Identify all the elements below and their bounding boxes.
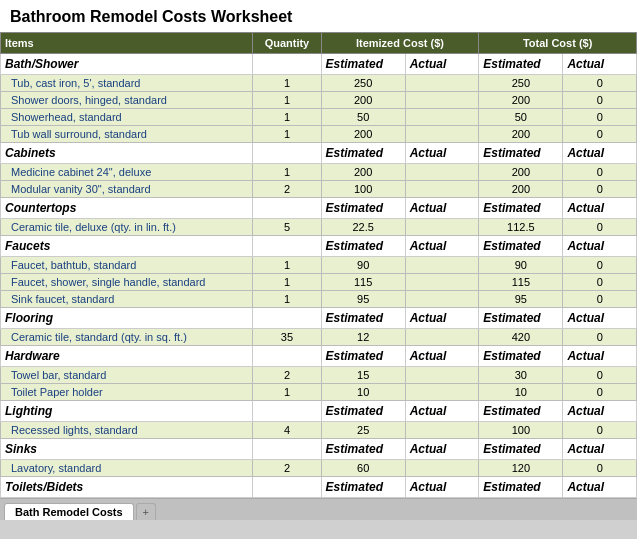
section-act-label: Actual	[405, 439, 479, 460]
worksheet-window: Bathroom Remodel Costs Worksheet Items Q…	[0, 0, 637, 520]
item-act-cost	[405, 367, 479, 384]
section-qty-blank	[253, 308, 321, 329]
table-row: Showerhead, standard 1 50 50 0	[1, 109, 637, 126]
item-name: Tub, cast iron, 5', standard	[1, 75, 253, 92]
tab-bar: Bath Remodel Costs +	[0, 498, 637, 520]
item-act-cost	[405, 126, 479, 143]
section-total-act-label: Actual	[563, 439, 637, 460]
item-act-cost	[405, 164, 479, 181]
section-est-label: Estimated	[321, 236, 405, 257]
col-total-cost: Total Cost ($)	[479, 33, 637, 54]
section-name: Sinks	[1, 439, 253, 460]
section-total-act-label: Actual	[563, 236, 637, 257]
tab-add-button[interactable]: +	[136, 503, 156, 520]
section-total-est-label: Estimated	[479, 236, 563, 257]
section-total-est-label: Estimated	[479, 198, 563, 219]
section-act-label: Actual	[405, 401, 479, 422]
item-act-cost	[405, 75, 479, 92]
item-name: Tub wall surround, standard	[1, 126, 253, 143]
table-row: Toilet Paper holder 1 10 10 0	[1, 384, 637, 401]
item-est-cost: 250	[321, 75, 405, 92]
section-name: Hardware	[1, 346, 253, 367]
section-est-label: Estimated	[321, 143, 405, 164]
section-est-label: Estimated	[321, 346, 405, 367]
item-est-cost: 10	[321, 384, 405, 401]
item-est-total: 115	[479, 274, 563, 291]
item-name: Toilet Paper holder	[1, 384, 253, 401]
item-qty: 1	[253, 257, 321, 274]
table-row: Sink faucet, standard 1 95 95 0	[1, 291, 637, 308]
item-act-cost	[405, 460, 479, 477]
section-name: Flooring	[1, 308, 253, 329]
item-act-total: 0	[563, 274, 637, 291]
item-act-total: 0	[563, 460, 637, 477]
section-header: Hardware Estimated Actual Estimated Actu…	[1, 346, 637, 367]
item-act-cost	[405, 329, 479, 346]
table-row: Shower doors, hinged, standard 1 200 200…	[1, 92, 637, 109]
section-total-est-label: Estimated	[479, 439, 563, 460]
item-qty: 2	[253, 367, 321, 384]
section-qty-blank	[253, 198, 321, 219]
item-est-total: 420	[479, 329, 563, 346]
table-row: Faucet, bathtub, standard 1 90 90 0	[1, 257, 637, 274]
item-act-total: 0	[563, 422, 637, 439]
table-row: Medicine cabinet 24", deluxe 1 200 200 0	[1, 164, 637, 181]
section-header: Toilets/Bidets Estimated Actual Estimate…	[1, 477, 637, 498]
item-act-cost	[405, 92, 479, 109]
item-est-cost: 15	[321, 367, 405, 384]
cost-table: Items Quantity Itemized Cost ($) Total C…	[0, 32, 637, 498]
section-header: Cabinets Estimated Actual Estimated Actu…	[1, 143, 637, 164]
item-act-total: 0	[563, 92, 637, 109]
item-est-cost: 22.5	[321, 219, 405, 236]
item-act-total: 0	[563, 126, 637, 143]
table-row: Modular vanity 30", standard 2 100 200 0	[1, 181, 637, 198]
section-header: Flooring Estimated Actual Estimated Actu…	[1, 308, 637, 329]
item-name: Faucet, bathtub, standard	[1, 257, 253, 274]
section-qty-blank	[253, 236, 321, 257]
item-name: Sink faucet, standard	[1, 291, 253, 308]
item-name: Ceramic tile, standard (qty. in sq. ft.)	[1, 329, 253, 346]
item-qty: 1	[253, 384, 321, 401]
item-est-total: 200	[479, 164, 563, 181]
section-est-label: Estimated	[321, 477, 405, 498]
item-qty: 4	[253, 422, 321, 439]
tab-bath-remodel[interactable]: Bath Remodel Costs	[4, 503, 134, 520]
item-act-cost	[405, 274, 479, 291]
item-est-cost: 200	[321, 92, 405, 109]
item-est-cost: 200	[321, 126, 405, 143]
item-est-total: 200	[479, 126, 563, 143]
section-header: Lighting Estimated Actual Estimated Actu…	[1, 401, 637, 422]
item-act-total: 0	[563, 329, 637, 346]
item-act-total: 0	[563, 291, 637, 308]
section-est-label: Estimated	[321, 54, 405, 75]
section-total-act-label: Actual	[563, 198, 637, 219]
section-name: Lighting	[1, 401, 253, 422]
section-name: Countertops	[1, 198, 253, 219]
item-act-cost	[405, 384, 479, 401]
section-qty-blank	[253, 477, 321, 498]
item-est-cost: 115	[321, 274, 405, 291]
section-total-est-label: Estimated	[479, 54, 563, 75]
item-act-total: 0	[563, 257, 637, 274]
item-name: Ceramic tile, deluxe (qty. in lin. ft.)	[1, 219, 253, 236]
section-qty-blank	[253, 401, 321, 422]
section-act-label: Actual	[405, 54, 479, 75]
item-name: Shower doors, hinged, standard	[1, 92, 253, 109]
item-act-total: 0	[563, 219, 637, 236]
section-qty-blank	[253, 439, 321, 460]
item-act-cost	[405, 291, 479, 308]
section-act-label: Actual	[405, 143, 479, 164]
item-name: Modular vanity 30", standard	[1, 181, 253, 198]
section-total-est-label: Estimated	[479, 477, 563, 498]
section-total-est-label: Estimated	[479, 346, 563, 367]
item-est-total: 50	[479, 109, 563, 126]
section-header: Bath/Shower Estimated Actual Estimated A…	[1, 54, 637, 75]
item-qty: 2	[253, 460, 321, 477]
item-est-cost: 90	[321, 257, 405, 274]
item-act-total: 0	[563, 181, 637, 198]
section-name: Faucets	[1, 236, 253, 257]
item-qty: 2	[253, 181, 321, 198]
item-est-cost: 100	[321, 181, 405, 198]
item-est-total: 90	[479, 257, 563, 274]
item-name: Medicine cabinet 24", deluxe	[1, 164, 253, 181]
